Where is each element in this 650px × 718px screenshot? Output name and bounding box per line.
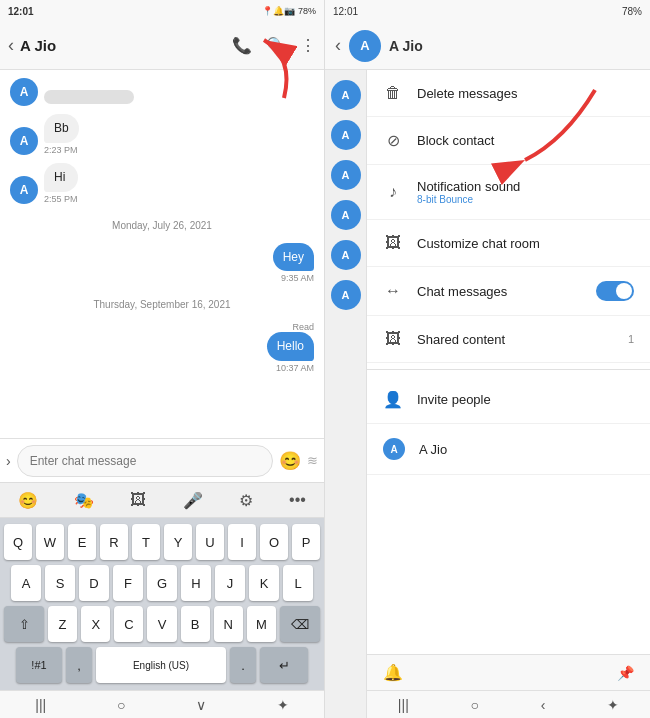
- search-icon[interactable]: 🔍: [266, 36, 286, 55]
- key-a[interactable]: A: [11, 565, 41, 601]
- key-b[interactable]: B: [181, 606, 210, 642]
- menu-item-text: A Jio: [419, 442, 634, 457]
- key-p[interactable]: P: [292, 524, 320, 560]
- key-d[interactable]: D: [79, 565, 109, 601]
- right-nav-back[interactable]: ‹: [541, 697, 546, 713]
- key-x[interactable]: X: [81, 606, 110, 642]
- chat-messages-icon: ↔: [383, 282, 403, 300]
- contact-avatar[interactable]: A: [331, 80, 361, 110]
- more-icon[interactable]: ⋮: [300, 36, 316, 55]
- right-body: A A A A A A 🗑 Delete messages ⊘: [325, 70, 650, 718]
- key-q[interactable]: Q: [4, 524, 32, 560]
- menu-item-invite[interactable]: 👤 Invite people: [367, 376, 650, 424]
- nav-back-icon[interactable]: ∨: [196, 697, 206, 713]
- key-h[interactable]: H: [181, 565, 211, 601]
- right-time: 12:01: [333, 6, 358, 17]
- right-back-button[interactable]: ‹: [335, 35, 341, 56]
- chat-messages-toggle[interactable]: [596, 281, 634, 301]
- message-time: 2:55 PM: [44, 194, 78, 204]
- emoji-icon[interactable]: 😊: [279, 450, 301, 472]
- bell-icon[interactable]: 🔔: [383, 663, 403, 682]
- key-j[interactable]: J: [215, 565, 245, 601]
- key-enter[interactable]: ↵: [260, 647, 308, 683]
- delete-icon: 🗑: [383, 84, 403, 102]
- contact-avatar[interactable]: A: [331, 200, 361, 230]
- right-header: ‹ A A Jio: [325, 22, 650, 70]
- menu-item-label: Customize chat room: [417, 236, 634, 251]
- pin-icon[interactable]: 📌: [617, 665, 634, 681]
- key-e[interactable]: E: [68, 524, 96, 560]
- menu-item-ajio[interactable]: A A Jio: [367, 424, 650, 475]
- menu-item-label: A Jio: [419, 442, 634, 457]
- key-i[interactable]: I: [228, 524, 256, 560]
- key-special[interactable]: !#1: [16, 647, 62, 683]
- key-o[interactable]: O: [260, 524, 288, 560]
- menu-item-notification[interactable]: ♪ Notification sound 8-bit Bounce: [367, 165, 650, 220]
- date-separator: Monday, July 26, 2021: [10, 220, 314, 231]
- right-nav-menu[interactable]: |||: [398, 697, 409, 713]
- key-z[interactable]: Z: [48, 606, 77, 642]
- right-nav-home[interactable]: ○: [471, 697, 479, 713]
- mic-icon[interactable]: 🎤: [183, 491, 203, 510]
- nav-home-icon[interactable]: ○: [117, 697, 125, 713]
- key-s[interactable]: S: [45, 565, 75, 601]
- key-y[interactable]: Y: [164, 524, 192, 560]
- contact-avatar[interactable]: A: [331, 160, 361, 190]
- key-f[interactable]: F: [113, 565, 143, 601]
- nav-menu-icon[interactable]: |||: [35, 697, 46, 713]
- right-nav-extra[interactable]: ✦: [607, 697, 619, 713]
- menu-item-chat-messages[interactable]: ↔ Chat messages: [367, 267, 650, 316]
- key-comma[interactable]: ,: [66, 647, 92, 683]
- spacer: [367, 475, 650, 654]
- expand-button[interactable]: ›: [6, 453, 11, 469]
- block-icon: ⊘: [383, 131, 403, 150]
- menu-item-label: Invite people: [417, 392, 634, 407]
- menu-item-sublabel: 8-bit Bounce: [417, 194, 634, 205]
- keyboard-row-4: !#1 , English (US) . ↵: [4, 647, 320, 683]
- input-bar: › 😊 ≋: [0, 438, 324, 482]
- menu-item-block[interactable]: ⊘ Block contact: [367, 117, 650, 165]
- menu-item-label: Delete messages: [417, 86, 634, 101]
- menu-item-customize[interactable]: 🖼 Customize chat room: [367, 220, 650, 267]
- sticker-icon[interactable]: 🎭: [74, 491, 94, 510]
- back-button[interactable]: ‹: [8, 35, 14, 56]
- menu-panel: 🗑 Delete messages ⊘ Block contact ♪: [367, 70, 650, 718]
- menu-item-delete[interactable]: 🗑 Delete messages: [367, 70, 650, 117]
- notification-icon: ♪: [383, 183, 403, 201]
- contact-avatar[interactable]: A: [331, 120, 361, 150]
- key-space[interactable]: English (US): [96, 647, 226, 683]
- phone-icon[interactable]: 📞: [232, 36, 252, 55]
- more-toolbar-icon[interactable]: •••: [289, 491, 306, 509]
- contact-avatar[interactable]: A: [331, 240, 361, 270]
- key-w[interactable]: W: [36, 524, 64, 560]
- key-k[interactable]: K: [249, 565, 279, 601]
- key-n[interactable]: N: [214, 606, 243, 642]
- nav-extra-icon[interactable]: ✦: [277, 697, 289, 713]
- smiley-icon[interactable]: 😊: [18, 491, 38, 510]
- key-shift[interactable]: ⇧: [4, 606, 44, 642]
- key-l[interactable]: L: [283, 565, 313, 601]
- key-period[interactable]: .: [230, 647, 256, 683]
- right-panel: 12:01 78% ‹ A A Jio A A A A A A: [325, 0, 650, 718]
- chat-input[interactable]: [17, 445, 273, 477]
- shared-icon: 🖼: [383, 330, 403, 348]
- customize-icon: 🖼: [383, 234, 403, 252]
- key-r[interactable]: R: [100, 524, 128, 560]
- key-backspace[interactable]: ⌫: [280, 606, 320, 642]
- key-u[interactable]: U: [196, 524, 224, 560]
- key-c[interactable]: C: [114, 606, 143, 642]
- contact-avatar[interactable]: A: [331, 280, 361, 310]
- settings-icon[interactable]: ⚙: [239, 491, 253, 510]
- menu-item-text: Customize chat room: [417, 236, 634, 251]
- bubble: Bb: [44, 114, 79, 143]
- key-v[interactable]: V: [147, 606, 176, 642]
- menu-item-shared[interactable]: 🖼 Shared content 1: [367, 316, 650, 363]
- key-t[interactable]: T: [132, 524, 160, 560]
- messages-area: A A Bb 2:23 PM A Hi 2:55 PM Monday, July…: [0, 70, 324, 438]
- menu-item-text: Delete messages: [417, 86, 634, 101]
- bubble: Hello: [267, 332, 314, 361]
- menu-item-label: Notification sound: [417, 179, 634, 194]
- image-icon[interactable]: 🖼: [130, 491, 146, 509]
- key-g[interactable]: G: [147, 565, 177, 601]
- key-m[interactable]: M: [247, 606, 276, 642]
